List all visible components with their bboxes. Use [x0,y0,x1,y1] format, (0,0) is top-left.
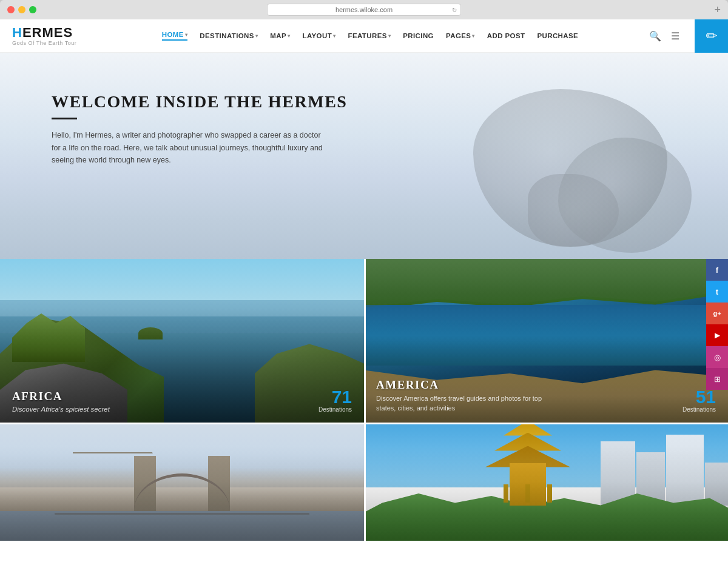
link-icon: ⊞ [714,375,721,384]
browser-url-bar[interactable]: hermes.wiloke.com ↻ [267,4,461,16]
nav-home[interactable]: HOME ▾ [162,31,188,41]
close-dot[interactable] [7,6,15,13]
instagram-button[interactable]: ◎ [706,346,728,368]
nav-right-icons: 🔍 ☰ [649,30,679,42]
nav-pricing[interactable]: PRICING [403,32,434,39]
nav-features[interactable]: FEATURES ▾ [348,32,391,39]
home-chevron-icon: ▾ [185,32,187,38]
destination-card-america[interactable]: AMERICA Discover America offers travel g… [364,259,728,423]
pages-chevron-icon: ▾ [472,33,474,39]
hero-content: WELCOME INSIDE THE HERMES Hello, I'm Her… [0,53,728,206]
map-chevron-icon: ▾ [288,33,290,39]
destination-card-asia[interactable] [364,423,728,541]
nav-pages[interactable]: PAGES ▾ [446,32,475,39]
browser-chrome: hermes.wiloke.com ↻ + [0,0,728,19]
hero-title: WELCOME INSIDE THE HERMES [52,92,676,112]
america-count: 51 Destinations [682,388,716,413]
destinations-grid: AFRICA Discover Africa's spiciest secret… [0,259,728,541]
search-icon[interactable]: 🔍 [649,30,661,42]
twitter-button[interactable]: t [706,281,728,303]
nav-cta-button[interactable]: ✎ [695,19,728,53]
africa-title: AFRICA [12,390,352,403]
nav-map[interactable]: MAP ▾ [270,32,290,39]
hero-description: Hello, I'm Hermes, a writer and photogra… [52,129,331,167]
layout-chevron-icon: ▾ [333,33,335,39]
googleplus-icon: g+ [713,310,721,317]
africa-card-content: AFRICA Discover Africa's spiciest secret… [0,380,364,423]
vertical-divider [364,259,366,541]
googleplus-button[interactable]: g+ [706,303,728,324]
horizontal-divider [0,423,728,424]
nav-add-post[interactable]: ADD POST [487,32,525,39]
new-tab-button[interactable]: + [714,4,721,16]
nav-links: HOME ▾ DESTINATIONS ▾ MAP ▾ LAYOUT ▾ FEA… [91,31,649,41]
nav-destinations[interactable]: DESTINATIONS ▾ [200,32,258,39]
features-chevron-icon: ▾ [388,33,391,39]
africa-count-label: Destinations [318,406,352,413]
pen-icon: ✎ [702,27,721,45]
africa-count: 71 Destinations [318,388,352,413]
america-title: AMERICA [376,378,716,392]
youtube-icon: ▶ [715,331,720,339]
facebook-icon: f [716,266,718,275]
minimize-dot[interactable] [18,6,25,13]
asia-overlay [364,423,728,541]
social-sidebar: f t g+ ▶ ◎ ⊞ [706,259,728,390]
destination-card-africa[interactable]: AFRICA Discover Africa's spiciest secret… [0,259,364,423]
browser-dots [7,6,36,13]
navbar: HERMES Gods Of The Earth Tour HOME ▾ DES… [0,19,728,53]
twitter-icon: t [716,287,718,296]
america-card-content: AMERICA Discover America offers travel g… [364,369,728,423]
url-text: hermes.wiloke.com [335,6,393,13]
europe-overlay [0,423,364,541]
hero-divider [52,118,77,119]
america-count-num: 51 [682,388,716,406]
destinations-chevron-icon: ▾ [255,33,258,39]
menu-icon[interactable]: ☰ [671,30,679,42]
maximize-dot[interactable] [29,6,36,13]
logo-text: HERMES [12,25,91,40]
logo[interactable]: HERMES Gods Of The Earth Tour [12,25,91,46]
logo-h: H [12,25,22,40]
logo-rest: ERMES [22,25,73,40]
website: HERMES Gods Of The Earth Tour HOME ▾ DES… [0,19,728,565]
refresh-icon[interactable]: ↻ [452,7,457,13]
link-button[interactable]: ⊞ [706,368,728,390]
america-count-label: Destinations [682,406,716,413]
africa-count-num: 71 [318,388,352,406]
youtube-button[interactable]: ▶ [706,324,728,346]
destination-card-europe[interactable] [0,423,364,541]
nav-layout[interactable]: LAYOUT ▾ [302,32,335,39]
logo-subtitle: Gods Of The Earth Tour [12,40,91,46]
facebook-button[interactable]: f [706,259,728,281]
america-desc: Discover America offers travel guides an… [376,394,546,413]
hero-section: WELCOME INSIDE THE HERMES Hello, I'm Her… [0,53,728,259]
instagram-icon: ◎ [714,353,721,362]
nav-purchase[interactable]: PURCHASE [537,32,578,39]
africa-desc: Discover Africa's spiciest secret [12,406,352,413]
